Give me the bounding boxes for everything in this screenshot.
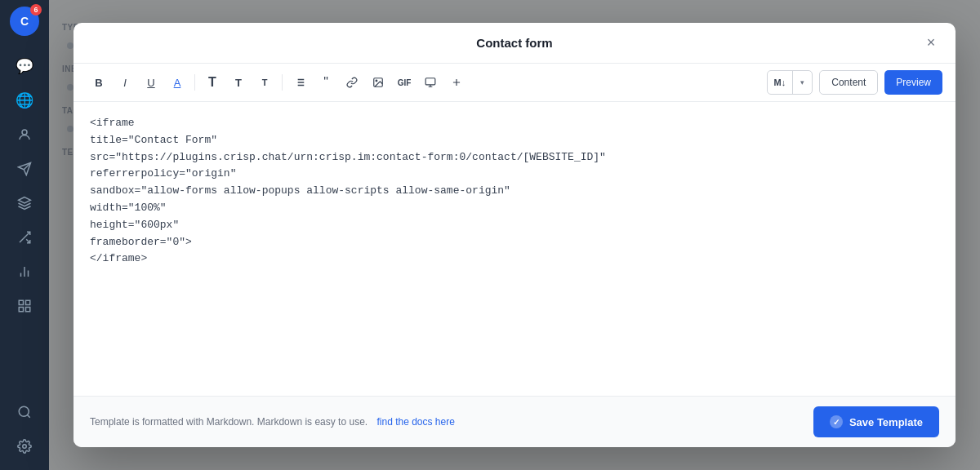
modal-overlay: Contact form × B I U A T T T " — [49, 0, 980, 470]
markdown-dropdown-arrow[interactable]: ▾ — [792, 71, 812, 94]
docs-link[interactable]: find the docs here — [376, 416, 454, 428]
link-button[interactable] — [340, 71, 364, 94]
sidebar-item-chat[interactable]: 💬 — [10, 51, 39, 81]
editor-area[interactable]: <iframe title="Contact Form" src="https:… — [74, 102, 956, 396]
svg-rect-12 — [26, 308, 30, 312]
svg-rect-11 — [19, 308, 23, 312]
svg-rect-10 — [26, 300, 30, 304]
editor-content: <iframe title="Contact Form" src="https:… — [90, 115, 939, 268]
heading3-button[interactable]: T — [252, 71, 277, 94]
settings-icon[interactable] — [10, 432, 39, 461]
modal-footer: Template is formatted with Markdown. Mar… — [74, 396, 956, 447]
svg-point-15 — [23, 445, 27, 449]
list-button[interactable] — [287, 71, 312, 94]
svg-rect-24 — [425, 78, 435, 85]
svg-line-14 — [27, 415, 29, 417]
markdown-toggle-btn[interactable]: M↓ — [768, 71, 793, 94]
heading2-button[interactable]: T — [226, 71, 251, 94]
svg-rect-9 — [19, 300, 23, 304]
separator-2 — [282, 74, 283, 91]
video-button[interactable] — [418, 71, 443, 94]
sidebar-item-chart[interactable] — [10, 257, 39, 286]
preview-view-button[interactable]: Preview — [884, 70, 942, 95]
gif-button[interactable]: GIF — [392, 71, 416, 94]
save-icon: ✓ — [830, 415, 843, 428]
sidebar-item-shuffle[interactable] — [10, 223, 39, 252]
footer-info: Template is formatted with Markdown. Mar… — [90, 416, 455, 428]
svg-point-13 — [19, 406, 29, 416]
sidebar-item-layers[interactable] — [10, 188, 39, 218]
svg-marker-3 — [19, 197, 31, 204]
contact-form-modal: Contact form × B I U A T T T " — [74, 23, 956, 447]
save-btn-label: Save Template — [849, 416, 923, 428]
modal-title: Contact form — [476, 36, 552, 50]
notification-badge: 6 — [30, 4, 42, 16]
modal-header: Contact form × — [74, 23, 956, 64]
sidebar: C 6 💬 🌐 — [0, 0, 49, 470]
avatar[interactable]: C 6 — [10, 7, 39, 36]
toolbar-right: M↓ ▾ Content Preview — [767, 70, 942, 95]
save-template-button[interactable]: ✓ Save Template — [813, 406, 939, 437]
color-button[interactable]: A — [165, 71, 189, 94]
quote-button[interactable]: " — [314, 71, 338, 94]
footer-info-text: Template is formatted with Markdown. Mar… — [90, 416, 368, 428]
main-area: TYPE All T... INBOX One... TAGS All TEMP… — [49, 0, 980, 470]
sidebar-item-user[interactable] — [10, 120, 39, 149]
svg-point-23 — [376, 80, 377, 82]
sidebar-item-send[interactable] — [10, 154, 39, 184]
italic-button[interactable]: I — [113, 71, 137, 94]
bold-button[interactable]: B — [87, 71, 111, 94]
widget-button[interactable] — [444, 71, 469, 94]
content-view-button[interactable]: Content — [819, 70, 878, 95]
close-button[interactable]: × — [920, 32, 942, 55]
sidebar-item-globe[interactable]: 🌐 — [10, 86, 39, 115]
heading1-button[interactable]: T — [200, 71, 225, 94]
markdown-toggle: M↓ ▾ — [767, 70, 813, 95]
sidebar-item-grid[interactable] — [10, 291, 39, 321]
underline-button[interactable]: U — [139, 71, 163, 94]
separator-1 — [194, 74, 195, 91]
svg-point-0 — [22, 130, 27, 135]
search-icon[interactable] — [10, 397, 39, 427]
image-button[interactable] — [366, 71, 390, 94]
editor-toolbar: B I U A T T T " — [74, 64, 956, 102]
